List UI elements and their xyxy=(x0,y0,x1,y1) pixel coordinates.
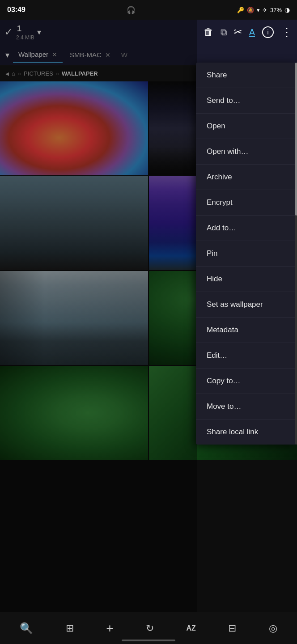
mute-icon: 🔕 xyxy=(247,7,254,13)
tab-wallpaper-label: Wallpaper xyxy=(18,51,48,58)
selection-count: 1 xyxy=(17,24,34,34)
copy-icon[interactable]: ⧉ xyxy=(221,27,227,38)
menu-item-hide[interactable]: Hide xyxy=(196,267,297,292)
menu-item-archive[interactable]: Archive xyxy=(196,165,297,190)
tab-extra-label: W xyxy=(121,51,127,59)
grid-icon: ⊞ xyxy=(66,623,74,634)
airplane-icon: ✈ xyxy=(263,7,267,13)
checkmark-icon: ✓ xyxy=(4,26,13,38)
status-time: 03:49 xyxy=(7,6,25,14)
nav-search[interactable]: 🔍 xyxy=(14,619,38,638)
menu-item-open[interactable]: Open xyxy=(196,114,297,139)
breadcrumb-back-icon[interactable]: ◂ xyxy=(5,69,9,78)
tabs-collapse-icon[interactable]: ▾ xyxy=(2,47,13,64)
key-icon: 🔑 xyxy=(237,7,244,13)
nav-add[interactable]: + xyxy=(101,618,119,639)
add-icon: + xyxy=(106,621,113,636)
search-icon: 🔍 xyxy=(20,622,33,635)
context-menu: Share Send to… Open Open with… Archive E… xyxy=(196,63,297,445)
toolbar: ✓ 1 2.4 MiB ▾ 🗑 ⧉ ✂ A i ⋮ xyxy=(0,20,297,45)
tab-smb-mac-label: SMB-MAC xyxy=(70,51,102,59)
nav-grid[interactable]: ⊞ xyxy=(60,619,79,638)
nav-select[interactable]: ⊟ xyxy=(223,619,242,638)
tab-wallpaper-close[interactable]: ✕ xyxy=(52,51,57,58)
status-icons: 🔑 🔕 ▾ ✈ 37% ◑ xyxy=(237,6,290,13)
menu-item-pin[interactable]: Pin xyxy=(196,241,297,267)
menu-item-send-to[interactable]: Send to… xyxy=(196,88,297,114)
delete-icon[interactable]: 🗑 xyxy=(204,26,213,38)
selection-info: 1 2.4 MiB xyxy=(15,24,34,41)
tab-smb-mac-close[interactable]: ✕ xyxy=(105,51,110,59)
text-format-icon[interactable]: A xyxy=(249,27,255,38)
select-icon: ⊟ xyxy=(228,623,236,634)
breadcrumb-pictures[interactable]: PICTURES xyxy=(24,70,53,77)
menu-item-add-to[interactable]: Add to… xyxy=(196,216,297,241)
home-indicator xyxy=(122,640,175,641)
headphone-icon: 🎧 xyxy=(127,6,136,14)
menu-item-share-local-link[interactable]: Share local link xyxy=(196,419,297,445)
breadcrumb-current: WALLPAPER xyxy=(62,70,98,77)
menu-item-share[interactable]: Share xyxy=(196,63,297,88)
tab-smb-mac[interactable]: SMB-MAC ✕ xyxy=(64,47,116,62)
image-cell-5[interactable] xyxy=(0,271,148,365)
cast-icon: ◎ xyxy=(269,623,277,634)
image-cell-3[interactable] xyxy=(0,176,148,270)
more-options-icon[interactable]: ⋮ xyxy=(281,25,293,39)
tab-wallpaper[interactable]: Wallpaper ✕ xyxy=(13,47,63,63)
breadcrumb-sep2: » xyxy=(56,70,59,77)
menu-item-open-with[interactable]: Open with… xyxy=(196,139,297,165)
menu-item-move-to[interactable]: Move to… xyxy=(196,394,297,419)
status-bar: 03:49 🎧 🔑 🔕 ▾ ✈ 37% ◑ xyxy=(0,0,297,20)
wifi-icon: ▾ xyxy=(257,7,260,13)
scissors-icon[interactable]: ✂ xyxy=(234,26,242,38)
toolbar-action-icons: 🗑 ⧉ ✂ A i ⋮ xyxy=(204,25,293,39)
nav-cast[interactable]: ◎ xyxy=(263,619,283,638)
menu-item-metadata[interactable]: Metadata xyxy=(196,318,297,343)
breadcrumb-sep1: » xyxy=(18,70,21,77)
selection-size: 2.4 MiB xyxy=(16,34,34,41)
menu-item-edit[interactable]: Edit… xyxy=(196,343,297,369)
image-cell-7[interactable] xyxy=(0,366,148,460)
image-cell-1[interactable] xyxy=(0,81,148,175)
menu-item-encrypt[interactable]: Encrypt xyxy=(196,190,297,216)
info-icon[interactable]: i xyxy=(262,26,274,38)
dropdown-icon[interactable]: ▾ xyxy=(37,27,41,37)
nav-sort[interactable]: AZ xyxy=(181,621,201,636)
battery-text: 37% xyxy=(270,7,282,13)
menu-item-copy-to[interactable]: Copy to… xyxy=(196,369,297,394)
scrollbar-track[interactable] xyxy=(295,63,297,445)
sort-az-icon: AZ xyxy=(186,624,195,632)
menu-item-set-as-wallpaper[interactable]: Set as wallpaper xyxy=(196,292,297,318)
scrollbar-thumb[interactable] xyxy=(295,63,297,216)
tab-extra[interactable]: W xyxy=(116,47,133,62)
refresh-icon: ↻ xyxy=(146,623,154,634)
toolbar-left: ✓ 1 2.4 MiB ▾ xyxy=(4,24,200,41)
breadcrumb-home-icon[interactable]: ⌂ xyxy=(12,70,15,77)
battery-icon: ◑ xyxy=(284,6,290,13)
nav-refresh[interactable]: ↻ xyxy=(140,619,159,638)
